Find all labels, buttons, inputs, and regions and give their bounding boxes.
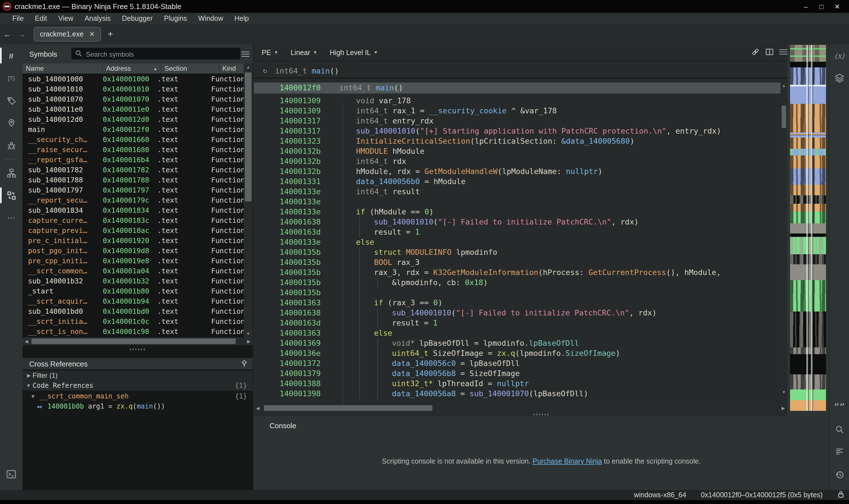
code-line[interactable]: 140001388uint32_t* lpThreadId = nullptr xyxy=(254,379,779,389)
table-row[interactable]: __report_secu…0x14000179c.textFunction xyxy=(22,195,244,205)
log-icon[interactable] xyxy=(829,440,849,463)
variables-icon[interactable]: (x) xyxy=(829,44,849,67)
menu-analysis[interactable]: Analysis xyxy=(79,15,116,22)
purchase-link[interactable]: Purchase Binary Ninja xyxy=(533,457,602,465)
symbols-menu-icon[interactable] xyxy=(242,50,249,58)
table-row[interactable]: pre_c_initial…0x140001920.textFunction xyxy=(22,235,244,245)
table-row[interactable]: capture_curre…0x14000183c.textFunction xyxy=(22,215,244,225)
layout-selector[interactable]: Linear▼ xyxy=(290,49,317,56)
symbols-vertical-scrollbar[interactable]: ▲ ▼ xyxy=(244,64,253,337)
code-line[interactable]: 140001638sub_140001010("[-] Failed to in… xyxy=(254,217,779,227)
scroll-down-icon[interactable]: ▼ xyxy=(780,390,787,394)
scroll-right-icon[interactable]: ▶ xyxy=(782,406,785,411)
table-row[interactable]: sub_1400010100x140001010.textFunction xyxy=(22,84,244,94)
find-icon[interactable] xyxy=(829,418,849,440)
history-icon[interactable] xyxy=(829,463,849,485)
search-input[interactable] xyxy=(85,48,238,60)
code-line[interactable]: 140001638sub_140001010("[-] Failed to in… xyxy=(254,308,779,318)
table-row[interactable]: __security_ch…0x140001660.textFunction xyxy=(22,134,244,144)
code-line[interactable]: 140001398data_1400056a8 = sub_140001070(… xyxy=(254,389,779,399)
column-address[interactable]: Address▲ xyxy=(103,64,161,73)
symbols-horizontal-scrollbar[interactable]: ◀ ▶ xyxy=(22,337,253,345)
menu-help[interactable]: Help xyxy=(229,15,254,22)
format-selector[interactable]: PE▼ xyxy=(262,49,278,56)
cross-references-icon[interactable] xyxy=(0,184,22,206)
code-line[interactable]: 140001363if (rax_3 == 0) xyxy=(254,298,779,308)
code-line[interactable]: 14000133e xyxy=(254,197,779,207)
code-line[interactable]: 140001331data_1400056b0 = hModule xyxy=(254,177,779,187)
table-row[interactable]: sub_1400017970x140001797.textFunction xyxy=(22,185,244,195)
column-name[interactable]: Name xyxy=(22,64,103,73)
scroll-left-icon[interactable]: ◀ xyxy=(25,339,28,344)
table-row[interactable]: capture_previ…0x1400018ac.textFunction xyxy=(22,225,244,235)
code-line[interactable]: 140001379data_1400056b8 = SizeOfImage xyxy=(254,369,779,379)
code-horizontal-scrollbar[interactable]: ◀ ▶ xyxy=(254,404,787,412)
nav-back-button[interactable]: ← xyxy=(0,30,15,39)
table-row[interactable]: __scrt_acquir…0x140001b94.textFunction xyxy=(22,296,244,306)
table-row[interactable]: sub_1400017820x140001782.textFunction xyxy=(22,164,244,175)
code-line[interactable]: 14000132bhModule, rdx = GetModuleHandleW… xyxy=(254,167,779,177)
menu-debugger[interactable]: Debugger xyxy=(116,15,158,22)
code-line[interactable]: 14000133eelse xyxy=(254,237,779,248)
memory-map-icon[interactable] xyxy=(0,112,22,134)
code-line[interactable]: 14000135bBOOL rax_3 xyxy=(254,258,779,268)
code-line[interactable]: 140001309int64_t rax_1 = __security_cook… xyxy=(254,106,779,116)
code-line[interactable]: 140001363else xyxy=(254,328,779,338)
more-icon[interactable]: ⋯ xyxy=(0,206,22,229)
table-row[interactable]: sub_1400010000x140001000.textFunction xyxy=(22,73,244,84)
current-line-highlight[interactable]: 1400012f0 int64_t main() xyxy=(254,83,787,94)
table-row[interactable]: __scrt_common…0x140001a04.textFunction xyxy=(22,266,244,275)
code-line[interactable]: 140001317int64_t entry_rdx xyxy=(254,116,779,126)
xrefs-function-row[interactable]: ▼ __scrt_common_main_seh {1} xyxy=(22,391,253,401)
stack-icon[interactable] xyxy=(829,67,849,89)
nav-forward-button[interactable]: → xyxy=(15,30,29,39)
code-line[interactable]: 140001309void var_178 xyxy=(254,96,779,106)
scroll-up-icon[interactable]: ▲ xyxy=(780,84,787,88)
code-line[interactable]: 14000133eint64_t result xyxy=(254,187,779,197)
code-line[interactable]: 140001323InitializeCriticalSection(lpCri… xyxy=(254,137,779,146)
strings-icon[interactable]: ”” xyxy=(829,396,849,418)
debugger-icon[interactable] xyxy=(0,134,22,157)
il-selector[interactable]: High Level IL▼ xyxy=(330,49,378,56)
table-row[interactable]: __scrt_initia…0x140001c0c.textFunction xyxy=(22,316,244,326)
table-row[interactable]: sub_1400018340x140001834.textFunction xyxy=(22,205,244,215)
tags-icon[interactable] xyxy=(0,89,22,112)
maximize-button[interactable]: □ xyxy=(817,2,826,11)
table-row[interactable]: sub_140001b320x140001b32.textFunction xyxy=(22,275,244,286)
console-panel-icon[interactable] xyxy=(0,463,22,485)
new-tab-button[interactable]: + xyxy=(108,29,113,39)
code-line[interactable]: 14000135brax_3, rdx = K32GetModuleInform… xyxy=(254,268,779,278)
types-icon[interactable]: {T} xyxy=(0,67,22,89)
symbols-column-header[interactable]: Name Address▲ Section Kind xyxy=(22,64,244,73)
table-row[interactable]: __raise_secur…0x140001680.textFunction xyxy=(22,144,244,154)
code-line[interactable]: 14000132bHMODULE hModule xyxy=(254,146,779,157)
code-line[interactable]: 14000163dresult = 1 xyxy=(254,227,779,237)
column-section[interactable]: Section xyxy=(161,64,219,73)
menu-view[interactable]: View xyxy=(53,15,79,22)
table-row[interactable]: __report_gsfa…0x1400016b4.textFunction xyxy=(22,154,244,164)
table-row[interactable]: _start0x140001b80.textFunction xyxy=(22,286,244,296)
table-row[interactable]: sub_1400017880x140001788.textFunction xyxy=(22,175,244,185)
table-row[interactable]: __scrt_is_non…0x140001c98.textFunction xyxy=(22,326,244,336)
menu-edit[interactable]: Edit xyxy=(29,15,53,22)
pin-icon[interactable] xyxy=(240,360,248,367)
table-row[interactable]: sub_1400010700x140001070.textFunction xyxy=(22,94,244,104)
console-splitter-handle[interactable] xyxy=(533,414,549,415)
code-line[interactable]: 14000163dresult = 1 xyxy=(254,318,779,328)
table-row[interactable]: post_pgo_init…0x1400019d8.textFunction xyxy=(22,245,244,255)
code-line[interactable]: 140001372data_1400056c0 = lpBaseOfDll xyxy=(254,359,779,369)
xrefs-entry-row[interactable]: ↤ 140001b0b arg1 = zx.q(main()) xyxy=(22,401,253,411)
lock-icon[interactable] xyxy=(837,490,845,500)
scroll-right-icon[interactable]: ▶ xyxy=(247,339,250,344)
mini-graph-icon[interactable] xyxy=(0,162,22,184)
column-kind[interactable]: Kind xyxy=(219,64,244,73)
table-row[interactable]: sub_1400012d00x1400012d0.textFunction xyxy=(22,114,244,124)
menu-file[interactable]: File xyxy=(7,15,29,22)
feature-map[interactable] xyxy=(790,45,826,411)
code-line[interactable]: 14000133eif (hModule == 0) xyxy=(254,207,779,217)
table-row[interactable]: main0x1400012f0.textFunction xyxy=(22,124,244,134)
scroll-up-icon[interactable]: ▲ xyxy=(244,65,253,69)
scroll-down-icon[interactable]: ▼ xyxy=(244,332,253,336)
code-vertical-scrollbar[interactable]: ▲ ▼ xyxy=(780,83,787,404)
table-row[interactable]: sub_1400011e00x1400011e0.textFunction xyxy=(22,104,244,114)
